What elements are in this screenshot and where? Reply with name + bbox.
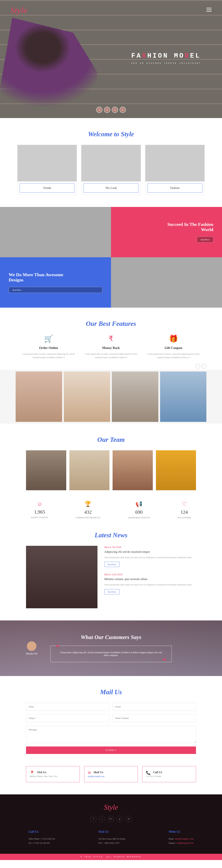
carousel-item[interactable]: [64, 372, 110, 422]
feature-item: 🎁Gift CouponLorem ipsum dolor sit amet, …: [147, 334, 200, 359]
gift-icon: 🎁: [147, 334, 200, 343]
subject-input[interactable]: [26, 714, 109, 722]
section-title: What Our Customers Says: [50, 634, 172, 641]
team-member[interactable]: [69, 450, 109, 490]
contact-box: 📞Call Us+12 322 333 4444: [142, 766, 196, 782]
team-section: Our Team ☺1,965HAPPY CLIENTS 🏆432COMPLET…: [17, 436, 205, 519]
hero-title: FASHION MODEL: [131, 52, 201, 60]
section-title: Welcome to Style: [17, 130, 205, 138]
trophy-icon: 🏆: [75, 501, 100, 507]
contact-box: 📍Visit UsBartlett, Illinois, New York, U…: [26, 766, 80, 782]
team-member[interactable]: [26, 450, 66, 490]
carousel-item[interactable]: [160, 372, 207, 422]
team-member[interactable]: [156, 450, 196, 490]
message-input[interactable]: [26, 726, 196, 743]
email-input[interactable]: [113, 703, 196, 711]
features-section: Our Best Features 🛒Order OnlineLorem ips…: [17, 320, 205, 370]
mail-icon: ✉: [88, 771, 91, 775]
gallery-carousel: ‹ ›: [0, 370, 222, 424]
stat-item: 📢690ANSWERED TICKETS: [128, 501, 150, 519]
slide-indicators: [96, 107, 126, 113]
slide-dot[interactable]: [112, 107, 118, 113]
team-member[interactable]: [113, 450, 153, 490]
megaphone-icon: 📢: [128, 501, 150, 507]
name-input[interactable]: [26, 703, 109, 711]
rupee-icon: ₹: [85, 334, 137, 343]
promo-tile: Succeed In The Fashion World Read More: [111, 207, 222, 257]
hero-subtitle: sed do eiusmod tempor incididunt: [131, 62, 201, 64]
contact-form: SUBMIT: [17, 703, 205, 754]
section-title: Mail Us: [17, 688, 205, 696]
carousel-prev[interactable]: ‹: [195, 364, 200, 369]
section-title: Our Team: [17, 436, 205, 443]
section-title: Our Best Features: [17, 320, 205, 328]
menu-toggle[interactable]: [207, 8, 212, 12]
contact-boxes: 📍Visit UsBartlett, Illinois, New York, U…: [17, 766, 205, 795]
heart-icon: ♡: [178, 501, 191, 507]
footer-column: Write Us Email : Info@Example1.Com Enqui…: [168, 830, 194, 845]
carousel-item[interactable]: [112, 372, 158, 422]
stat-item: ♡124FOLLOWERS: [178, 501, 191, 519]
read-more-button[interactable]: Read More: [197, 237, 213, 243]
pinterest-icon[interactable]: p: [117, 816, 123, 822]
feature-item: ₹Money BackLorem ipsum dolor sit amet, c…: [85, 334, 137, 359]
slide-dot[interactable]: [120, 107, 126, 113]
promo-tile: We Do More Than Awesome Designs Read Mor…: [0, 257, 111, 308]
stat-item: 🏆432COMPLETED PROJECTS: [75, 501, 100, 519]
testimonial-author: Monika Pal: [26, 641, 37, 655]
hero-banner: Style FASHION MODEL sed do eiusmod tempo…: [0, 0, 222, 118]
submit-button[interactable]: SUBMIT: [26, 746, 196, 754]
avatar: [27, 641, 36, 651]
testimonial-section: Monika Pal What Our Customers Says ❝ Con…: [0, 620, 222, 676]
footer-column: Call Us Office Phone : (+123) 2302 232Fa…: [28, 830, 55, 845]
carousel-next[interactable]: ›: [201, 364, 207, 369]
slide-dot[interactable]: [96, 107, 102, 113]
read-more-link[interactable]: Read More: [104, 589, 120, 594]
site-logo[interactable]: Style: [10, 5, 27, 15]
phone-input[interactable]: [113, 714, 196, 722]
site-footer: Style f t G+ p in Call Us Office Phone :…: [0, 795, 222, 860]
phone-icon: 📞: [146, 771, 151, 775]
news-item: March 7th 2018 Adipiscing elit sed do ei…: [104, 546, 196, 567]
section-title: Latest News: [17, 531, 205, 539]
welcome-card[interactable]: The Look: [81, 145, 141, 195]
carousel-item[interactable]: [15, 372, 62, 422]
welcome-section: Welcome to Style Trends The Look Fashion: [17, 130, 205, 207]
slide-dot[interactable]: [104, 107, 110, 113]
linkedin-icon[interactable]: in: [126, 816, 132, 822]
quote-box: ❝ Consectetur adipiscing elit, sed do ei…: [50, 646, 172, 662]
mail-section: Mail Us SUBMIT: [17, 688, 205, 766]
news-item: March 12th 2018 Minima veniam, quis nost…: [104, 573, 196, 594]
promo-image: [111, 257, 222, 308]
read-more-link[interactable]: Read More: [104, 562, 120, 567]
copyright: © 2018 STYLE. ALL RIGHTS RESERVED: [0, 854, 222, 860]
read-more-button[interactable]: Read More: [9, 287, 102, 293]
welcome-card[interactable]: Trends: [17, 145, 77, 195]
cart-icon: 🛒: [22, 334, 75, 343]
feature-item: 🛒Order OnlineLorem ipsum dolor sit amet,…: [22, 334, 75, 359]
footer-logo[interactable]: Style: [0, 803, 222, 811]
hero-text: FASHION MODEL sed do eiusmod tempor inci…: [131, 52, 201, 64]
quote-close-icon: ❞: [163, 657, 166, 665]
pin-icon: 📍: [30, 771, 34, 775]
footer-column: Visit Us 132 New Lenox, 868 1st AvenueNY…: [98, 830, 125, 845]
promo-image: [0, 207, 111, 257]
stat-item: ☺1,965HAPPY CLIENTS: [31, 501, 48, 519]
googleplus-icon[interactable]: G+: [108, 816, 114, 822]
quote-open-icon: ❝: [56, 643, 59, 651]
news-section: Latest News March 7th 2018 Adipiscing el…: [17, 531, 205, 620]
twitter-icon[interactable]: t: [99, 816, 105, 822]
facebook-icon[interactable]: f: [90, 816, 96, 822]
welcome-card[interactable]: Fashion: [145, 145, 205, 195]
contact-box: ✉Mail Usmail@example.com: [84, 766, 138, 782]
promo-tiles: Succeed In The Fashion World Read More W…: [0, 207, 222, 308]
smile-icon: ☺: [31, 501, 48, 507]
news-image: [26, 546, 97, 608]
